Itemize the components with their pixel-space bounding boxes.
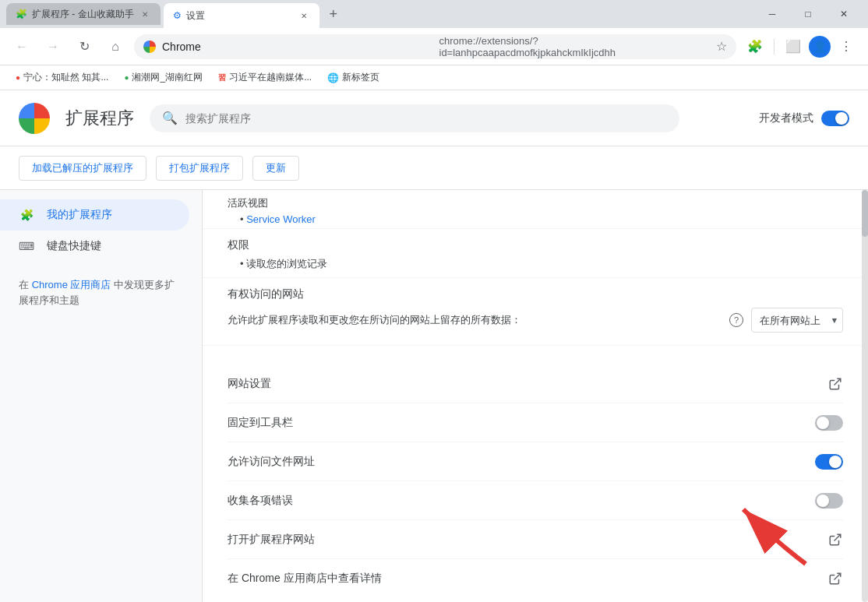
new-tab-button[interactable]: + (323, 3, 344, 25)
site-settings-external-link-icon[interactable] (827, 376, 843, 392)
tab-active-close[interactable]: ✕ (298, 9, 310, 22)
access-header: 有权访问的网站 (228, 287, 843, 301)
sidebar-item-keyboard-label: 键盘快捷键 (47, 239, 101, 253)
bookmark-3[interactable]: 習 习近平在越南媒体... (212, 69, 318, 86)
permission-item: • 读取您的浏览记录 (228, 257, 843, 271)
sidebar-item-my-extensions-label: 我的扩展程序 (47, 208, 112, 222)
pack-extension-button[interactable]: 打包扩展程序 (156, 156, 243, 181)
bookmark-4-label: 新标签页 (342, 71, 379, 84)
address-url: chrome://extensions/?id=lanhpcaapacdmofk… (439, 35, 711, 58)
help-icon[interactable]: ? (729, 313, 743, 327)
bookmark-2-label: 湘潮网_湖南红网 (132, 71, 203, 84)
address-domain: Chrome (162, 40, 433, 53)
access-section: 有权访问的网站 允许此扩展程序读取和更改您在所访问的网站上留存的所有数据： ? … (203, 278, 868, 346)
chrome-store-link[interactable]: Chrome 应用商店 (32, 279, 111, 290)
sidebar-item-keyboard-shortcuts[interactable]: ⌨ 键盘快捷键 (0, 231, 189, 262)
collect-errors-toggle[interactable] (815, 493, 843, 509)
menu-button[interactable]: ⋮ (834, 34, 859, 59)
body-layout: 🧩 我的扩展程序 ⌨ 键盘快捷键 在 Chrome 应用商店 中发现更多扩展程序… (0, 190, 868, 602)
allow-file-url-toggle[interactable] (815, 454, 843, 470)
collect-errors-label: 收集各项错误 (228, 494, 815, 508)
page-title: 扩展程序 (65, 107, 134, 130)
nav-divider (774, 39, 774, 55)
site-settings-row: 网站设置 (228, 364, 843, 403)
close-button[interactable]: ✕ (826, 0, 862, 28)
access-description: 允许此扩展程序读取和更改您在所访问的网站上留存的所有数据： (228, 313, 722, 327)
active-views-label: 活跃视图 (228, 196, 843, 210)
sidebar-item-my-extensions[interactable]: 🧩 我的扩展程序 (0, 199, 189, 231)
forward-button[interactable]: → (41, 34, 65, 59)
access-dropdown-wrapper: 在所有网站上 在特定网站上 不可访问 ▾ (751, 308, 843, 333)
bookmark-star-icon[interactable]: ☆ (716, 39, 727, 54)
minimize-button[interactable]: ─ (754, 0, 790, 28)
tab-active[interactable]: ⚙ 设置 ✕ (164, 3, 319, 28)
svg-line-0 (834, 378, 841, 385)
reload-button[interactable]: ↻ (72, 34, 97, 59)
home-button[interactable]: ⌂ (103, 34, 128, 59)
sidebar: 🧩 我的扩展程序 ⌨ 键盘快捷键 在 Chrome 应用商店 中发现更多扩展程序… (0, 190, 203, 602)
open-ext-site-control (827, 532, 843, 547)
open-ext-site-row: 打开扩展程序网站 (228, 520, 843, 559)
allow-file-url-control (815, 454, 843, 470)
nav-icons: 🧩 ⬜ 👤 ⋮ (743, 34, 859, 59)
active-views-section: 活跃视图 • Service Worker (203, 190, 868, 229)
chrome-store-external-link-icon[interactable] (827, 571, 843, 586)
tab-inactive[interactable]: 🧩 扩展程序 - 金山收藏助手 ✕ (6, 3, 161, 25)
service-worker-item: • Service Worker (228, 213, 843, 225)
action-bar: 加载已解压的扩展程序 打包扩展程序 更新 (0, 146, 868, 190)
window-controls: ─ □ ✕ (754, 0, 862, 28)
title-bar: 🧩 扩展程序 - 金山收藏助手 ✕ ⚙ 设置 ✕ + ─ □ ✕ (0, 0, 868, 28)
content-area[interactable]: 活跃视图 • Service Worker 权限 • 读取您的浏览记录 (203, 190, 868, 602)
bookmark-3-label: 习近平在越南媒体... (229, 71, 312, 84)
bookmark-4[interactable]: 🌐 新标签页 (321, 69, 386, 86)
extensions-icon[interactable]: 🧩 (743, 34, 767, 59)
scrollbar-thumb[interactable] (862, 190, 868, 237)
svg-line-1 (834, 534, 841, 540)
load-unpacked-button[interactable]: 加载已解压的扩展程序 (19, 156, 146, 181)
dev-mode-toggle[interactable] (821, 111, 849, 126)
bookmarks-bar: ● 宁心：知耻然 知其... ● 湘潮网_湖南红网 習 习近平在越南媒体... … (0, 65, 868, 90)
permissions-header: 权限 (228, 238, 843, 252)
bookmark-1-label: 宁心：知耻然 知其... (23, 71, 108, 84)
detail-panel: 网站设置 固定 (203, 346, 868, 602)
update-button[interactable]: 更新 (252, 156, 299, 181)
permissions-section: 权限 • 读取您的浏览记录 (203, 229, 868, 278)
svg-line-2 (834, 573, 841, 579)
address-bar[interactable]: Chrome chrome://extensions/?id=lanhpcaap… (134, 34, 736, 59)
access-dropdown[interactable]: 在所有网站上 在特定网站上 不可访问 (751, 308, 843, 333)
open-ext-site-external-link-icon[interactable] (827, 532, 843, 547)
tab-search-icon[interactable]: ⬜ (781, 34, 806, 59)
allow-file-url-label: 允许访问文件网址 (228, 455, 815, 469)
site-settings-control (827, 376, 843, 392)
dev-mode-label: 开发者模式 (759, 111, 813, 125)
sidebar-discover: 在 Chrome 应用商店 中发现更多扩展程序和主题 (0, 262, 202, 323)
pin-toolbar-toggle[interactable] (815, 415, 843, 431)
chrome-favicon (143, 40, 156, 53)
bookmark-1[interactable]: ● 宁心：知耻然 知其... (9, 69, 115, 86)
puzzle-icon: 🧩 (19, 207, 34, 223)
bookmark-2[interactable]: ● 湘潮网_湖南红网 (118, 69, 209, 86)
dev-mode-section: 开发者模式 (759, 111, 849, 126)
pin-toolbar-control (815, 415, 843, 431)
tab-inactive-label: 扩展程序 - 金山收藏助手 (32, 8, 134, 21)
maximize-button[interactable]: □ (790, 0, 826, 28)
keyboard-icon: ⌨ (19, 238, 34, 254)
chrome-store-row: 在 Chrome 应用商店中查看详情 (228, 559, 843, 598)
search-input[interactable] (185, 112, 667, 125)
chrome-store-label: 在 Chrome 应用商店中查看详情 (228, 572, 827, 586)
open-ext-site-label: 打开扩展程序网站 (228, 533, 827, 547)
allow-file-url-row: 允许访问文件网址 (228, 442, 843, 481)
collect-errors-control (815, 493, 843, 509)
chrome-store-control (827, 571, 843, 586)
discover-prefix: 在 (19, 279, 29, 290)
extensions-header: 扩展程序 🔍 开发者模式 (0, 90, 868, 146)
back-button[interactable]: ← (9, 34, 34, 59)
tab-inactive-close[interactable]: ✕ (139, 8, 151, 20)
collect-errors-row: 收集各项错误 (228, 481, 843, 520)
tab-active-label: 设置 (186, 9, 205, 23)
service-worker-link[interactable]: Service Worker (246, 213, 316, 225)
nav-bar: ← → ↻ ⌂ Chrome chrome://extensions/?id=l… (0, 28, 868, 65)
profile-button[interactable]: 👤 (809, 36, 831, 58)
access-row: 允许此扩展程序读取和更改您在所访问的网站上留存的所有数据： ? 在所有网站上 在… (228, 308, 843, 333)
scrollbar-track[interactable] (862, 190, 868, 602)
